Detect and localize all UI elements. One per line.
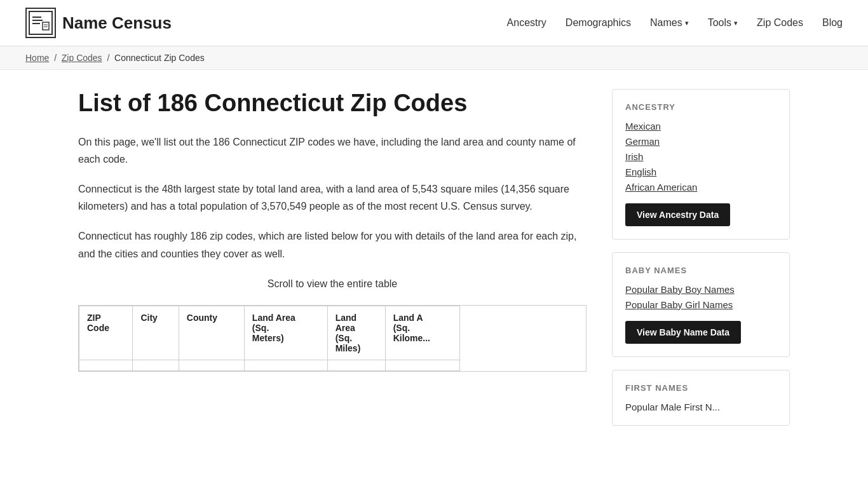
list-item: German	[625, 136, 776, 147]
logo-area: Name Census	[25, 8, 172, 38]
list-item: Mexican	[625, 121, 776, 132]
view-baby-names-button[interactable]: View Baby Name Data	[625, 321, 741, 344]
names-chevron-icon: ▾	[685, 19, 689, 27]
nav-ancestry[interactable]: Ancestry	[507, 17, 546, 29]
ancestry-card: ANCESTRY Mexican German Irish English Af…	[612, 89, 790, 240]
first-names-card-title: FIRST NAMES	[625, 383, 776, 393]
baby-names-card: BABY NAMES Popular Baby Boy Names Popula…	[612, 252, 790, 357]
site-logo-text[interactable]: Name Census	[62, 13, 172, 33]
zip-codes-table: ZIPCode City County Land Area(Sq.Meters)…	[79, 306, 460, 371]
col-city: City	[133, 306, 179, 360]
breadcrumb: Home / Zip Codes / Connecticut Zip Codes	[0, 46, 868, 70]
breadcrumb-home[interactable]: Home	[25, 53, 49, 63]
col-land-sq-km: Land A(Sq.Kilome...	[385, 306, 459, 360]
nav-names[interactable]: Names ▾	[650, 17, 689, 29]
logo-icon	[25, 8, 56, 38]
page-title: List of 186 Connecticut Zip Codes	[78, 89, 587, 118]
list-item: Popular Baby Boy Names	[625, 284, 776, 295]
ancestry-link-mexican[interactable]: Mexican	[625, 121, 661, 132]
main-content: List of 186 Connecticut Zip Codes On thi…	[78, 89, 587, 438]
nav-zip-codes[interactable]: Zip Codes	[757, 17, 803, 29]
col-zip-code: ZIPCode	[79, 306, 133, 360]
baby-names-card-title: BABY NAMES	[625, 266, 776, 275]
ancestry-link-irish[interactable]: Irish	[625, 151, 643, 162]
ancestry-link-african-american[interactable]: African American	[625, 182, 697, 193]
sidebar: ANCESTRY Mexican German Irish English Af…	[612, 89, 790, 438]
intro-para-3: Connecticut has roughly 186 zip codes, w…	[78, 227, 587, 262]
baby-boy-names-link[interactable]: Popular Baby Boy Names	[625, 284, 735, 295]
ancestry-links-list: Mexican German Irish English African Ame…	[625, 121, 776, 193]
ancestry-card-title: ANCESTRY	[625, 102, 776, 112]
view-ancestry-button[interactable]: View Ancestry Data	[625, 203, 730, 226]
first-names-hint: Popular Male First N...	[625, 402, 776, 412]
baby-girl-names-link[interactable]: Popular Baby Girl Names	[625, 299, 733, 310]
tools-chevron-icon: ▾	[734, 19, 738, 27]
breadcrumb-current: Connecticut Zip Codes	[114, 53, 205, 63]
baby-names-links-list: Popular Baby Boy Names Popular Baby Girl…	[625, 284, 776, 311]
intro-para-1: On this page, we'll list out the 186 Con…	[78, 133, 587, 168]
list-item: Popular Baby Girl Names	[625, 299, 776, 311]
main-nav: Ancestry Demographics Names ▾ Tools ▾ Zi…	[507, 17, 843, 29]
breadcrumb-zip-codes[interactable]: Zip Codes	[62, 53, 102, 63]
intro-para-2: Connecticut is the 48th largest state by…	[78, 180, 587, 215]
list-item: Irish	[625, 151, 776, 163]
list-item: African American	[625, 182, 776, 193]
col-land-sq-miles: LandArea(Sq.Miles)	[327, 306, 385, 360]
zip-codes-table-wrapper: ZIPCode City County Land Area(Sq.Meters)…	[78, 305, 587, 372]
first-names-card: FIRST NAMES Popular Male First N...	[612, 370, 790, 426]
nav-blog[interactable]: Blog	[822, 17, 843, 29]
table-row	[79, 360, 460, 370]
ancestry-link-german[interactable]: German	[625, 136, 660, 147]
col-land-sq-meters: Land Area(Sq.Meters)	[244, 306, 327, 360]
ancestry-link-english[interactable]: English	[625, 166, 656, 177]
scroll-hint: Scroll to view the entire table	[78, 275, 587, 292]
list-item: English	[625, 166, 776, 178]
nav-tools[interactable]: Tools ▾	[708, 17, 738, 29]
nav-demographics[interactable]: Demographics	[566, 17, 631, 29]
col-county: County	[179, 306, 244, 360]
